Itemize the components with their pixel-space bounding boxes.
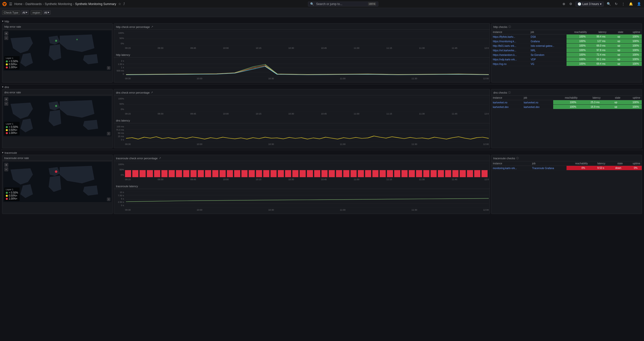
breadcrumb-synthetic-monitoring[interactable]: Synthetic Monitoring xyxy=(45,2,72,6)
share-button[interactable]: ⤴ xyxy=(123,2,125,6)
cell-uptime: 100% xyxy=(625,39,642,44)
search-placeholder: Search or jump to... xyxy=(316,2,342,6)
state-badge: down xyxy=(614,166,623,170)
time-range-picker[interactable]: 🕐 Last 3 hours ▾ xyxy=(575,2,604,7)
dns-latency-yaxis: 100 ms75.0 ms50 ms25 ms0 s xyxy=(115,124,125,142)
dns-map-zoom-out-button[interactable]: − xyxy=(4,102,8,106)
job-link[interactable]: DSA xyxy=(531,35,536,38)
col-uptime: uptime xyxy=(625,30,642,34)
reachability-badge: 100% xyxy=(578,53,587,56)
job-link[interactable]: NRL xyxy=(531,49,536,52)
job-link[interactable]: VDP xyxy=(531,58,536,61)
cell-reachability: 100% xyxy=(553,105,579,109)
http-error-chart-body: 100% 50% 0% 09:1509:3009:4510:0010:1510:… xyxy=(114,30,490,52)
external-link-icon[interactable]: ↗ xyxy=(159,157,161,160)
dns-map-zoom-in-button[interactable]: + xyxy=(4,97,8,101)
instance-link[interactable]: http://lb01.kartv erk... xyxy=(493,45,516,47)
svg-rect-45 xyxy=(227,170,233,177)
svg-rect-34 xyxy=(147,170,153,177)
traceroute-map-info-button[interactable]: i xyxy=(107,198,110,201)
instance-link[interactable]: https://flyfoto.kartv... xyxy=(493,35,515,38)
breadcrumb-home[interactable]: Home xyxy=(14,2,22,6)
section-collapse-icon: ▾ xyxy=(2,20,4,23)
svg-rect-77 xyxy=(460,170,466,177)
traceroute-map-zoom-in-button[interactable]: + xyxy=(4,163,8,167)
refresh-button[interactable]: ↻ xyxy=(614,2,619,6)
more-button[interactable]: ⋮ xyxy=(621,2,626,6)
check-type-select[interactable]: All ▾ xyxy=(21,10,29,15)
section-traceroute-header[interactable]: ▾ traceroute xyxy=(1,150,643,155)
menu-toggle-button[interactable]: ☰ xyxy=(9,2,12,6)
job-link[interactable]: VG xyxy=(531,63,534,65)
section-http-header[interactable]: ▾ http xyxy=(1,19,643,23)
info-icon[interactable]: ⓘ xyxy=(508,25,511,29)
plus-button[interactable]: ⊕ xyxy=(561,2,566,6)
chevron-down-icon: ▾ xyxy=(600,2,601,6)
external-link-icon[interactable]: ↗ xyxy=(151,91,153,94)
job-link[interactable]: kartverket.no xyxy=(524,101,538,104)
traceroute-table-header-row: instance job reachability latency state … xyxy=(491,161,642,166)
table-row: https://nrl.kartverke... NRL 100% 97.8 m… xyxy=(491,48,642,53)
breadcrumb: Home › Dashboards › Synthetic Monitoring… xyxy=(14,2,116,6)
svg-rect-32 xyxy=(132,170,138,177)
bell-icon[interactable]: 🔔 xyxy=(628,2,634,6)
svg-rect-48 xyxy=(249,170,255,177)
check-type-label[interactable]: Check Type xyxy=(2,10,20,15)
instance-link[interactable]: monitoring.kartv erk... xyxy=(493,167,517,170)
map-zoom-out-button[interactable]: − xyxy=(4,36,8,40)
instance-link[interactable]: kartverket.dev xyxy=(493,106,509,108)
dns-map-info-button[interactable]: i xyxy=(107,132,110,135)
traceroute-layer-label: Layer 1 xyxy=(6,188,18,191)
col-instance: instance xyxy=(491,30,529,34)
instance-link[interactable]: https://seeiandom.k... xyxy=(493,54,517,56)
cell-latency: 127 ms xyxy=(588,39,608,44)
zoom-out-button[interactable]: 🔍 xyxy=(606,2,612,6)
star-button[interactable]: ☆ xyxy=(118,2,121,6)
region-label[interactable]: region xyxy=(31,10,42,15)
region-select[interactable]: All ▾ xyxy=(43,10,51,15)
breadcrumb-sep-2: › xyxy=(43,2,44,6)
external-link-icon[interactable]: ↗ xyxy=(151,25,153,28)
job-link[interactable]: Traceroute Grafana xyxy=(532,167,554,170)
cell-latency: 9.53 s xyxy=(589,166,607,170)
traceroute-map-body: + − Layer 1 xyxy=(2,161,112,203)
breadcrumb-dashboards[interactable]: Dashboards xyxy=(25,2,42,6)
settings-icon[interactable]: ⚙ xyxy=(568,2,573,6)
uptime-badge: 100% xyxy=(631,53,640,56)
map-zoom-in-button[interactable]: + xyxy=(4,31,8,35)
svg-point-27 xyxy=(55,170,57,173)
legend-dot-red xyxy=(6,66,8,68)
user-icon[interactable]: 👤 xyxy=(636,2,642,6)
svg-rect-66 xyxy=(380,170,386,177)
instance-link[interactable]: https://monitoring.k... xyxy=(493,40,516,43)
cell-uptime: 100% xyxy=(625,53,642,57)
traceroute-info-icon[interactable]: ⓘ xyxy=(516,157,519,160)
section-dns-header[interactable]: ▾ dns xyxy=(1,84,643,89)
cell-uptime: 100% xyxy=(625,34,642,39)
instance-link[interactable]: kartverket.no xyxy=(493,101,507,104)
legend-label-yellow: 0.50%+ xyxy=(9,63,17,66)
traceroute-legend-yellow: 0.50%+ xyxy=(6,194,18,197)
cell-reachability: 100% xyxy=(567,48,589,53)
job-link[interactable]: Grafana xyxy=(531,40,540,43)
traceroute-checks-table: instance job reachability latency state … xyxy=(491,161,642,170)
traceroute-map-zoom-out-button[interactable]: − xyxy=(4,167,8,171)
instance-link[interactable]: https://nrl.kartverke... xyxy=(493,49,516,52)
instance-link[interactable]: https://vg.no xyxy=(493,63,506,65)
dns-info-icon[interactable]: ⓘ xyxy=(508,91,511,94)
http-error-xaxis: 09:1509:3009:4510:0010:1510:3010:4511:00… xyxy=(125,46,489,51)
job-link[interactable]: kartverket.dev xyxy=(524,106,540,108)
dns-dot-green xyxy=(6,126,8,128)
map-info-button[interactable]: i xyxy=(107,66,110,70)
job-link[interactable]: Istio external gatew... xyxy=(531,45,554,47)
job-link[interactable]: Se Eiendom xyxy=(531,54,544,56)
uptime-badge: 100% xyxy=(631,58,640,61)
svg-point-2 xyxy=(4,3,5,4)
instance-link[interactable]: https://vdp.kartv erk... xyxy=(493,58,517,61)
reachability-badge: 100% xyxy=(578,35,587,38)
traceroute-latency-chart-body: 10 s7.50 s5 s2.50 s0 s 09:3010:0010:3011… xyxy=(114,189,490,214)
topbar-search[interactable]: 🔍 Search or jump to... ctrl+k xyxy=(308,2,378,7)
reachability-badge: 0% xyxy=(579,166,588,170)
cell-state: up xyxy=(608,34,625,39)
state-badge: up xyxy=(614,49,623,52)
